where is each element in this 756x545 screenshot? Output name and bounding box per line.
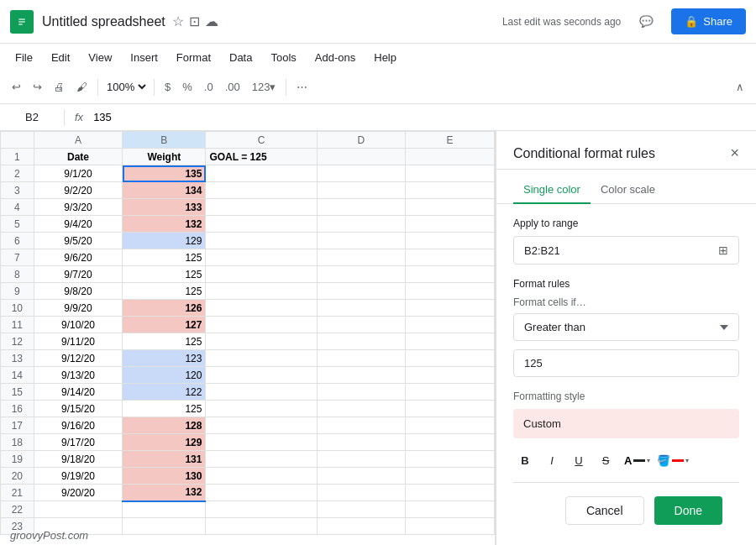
cell-b[interactable]: 123 <box>123 350 206 367</box>
undo-button[interactable]: ↩ <box>7 77 26 97</box>
menu-format[interactable]: Format <box>168 48 219 67</box>
cell-b[interactable]: 127 <box>123 317 206 333</box>
cell-e[interactable] <box>406 485 495 501</box>
col-header-d[interactable]: D <box>317 132 406 149</box>
menu-file[interactable]: File <box>7 48 41 67</box>
cell-d[interactable] <box>317 165 406 182</box>
redo-button[interactable]: ↪ <box>28 77 47 97</box>
cell-b[interactable]: 133 <box>123 199 206 216</box>
cell-d[interactable] <box>317 199 406 216</box>
threshold-input[interactable] <box>513 349 739 377</box>
cell-d[interactable] <box>317 300 406 317</box>
done-button[interactable]: Done <box>654 496 722 525</box>
cell-c[interactable] <box>206 317 317 333</box>
collapse-toolbar-button[interactable]: ∧ <box>731 77 749 97</box>
cell-a[interactable]: Date <box>34 149 123 165</box>
cell-a[interactable]: 9/5/20 <box>34 233 123 249</box>
cell-d[interactable] <box>317 384 406 401</box>
menu-help[interactable]: Help <box>365 48 405 67</box>
underline-button[interactable]: U <box>567 448 591 472</box>
paint-format-button[interactable]: 🖌 <box>71 77 92 97</box>
cell-a[interactable]: 9/12/20 <box>34 350 123 367</box>
cell-b[interactable]: 134 <box>123 182 206 199</box>
cell-a[interactable]: 9/16/20 <box>34 417 123 434</box>
cell-d[interactable] <box>317 350 406 367</box>
cell-c[interactable] <box>206 266 317 283</box>
col-header-c[interactable]: C <box>206 132 317 149</box>
cell-a[interactable]: 9/1/20 <box>34 165 123 182</box>
more-tools-button[interactable]: ⋯ <box>291 77 312 97</box>
cell-c[interactable] <box>206 501 317 518</box>
cell-a[interactable]: 9/18/20 <box>34 451 123 468</box>
cell-d[interactable] <box>317 485 406 501</box>
bold-button[interactable]: B <box>513 448 537 472</box>
cell-b[interactable]: 132 <box>123 216 206 233</box>
cell-b[interactable] <box>123 518 206 535</box>
cell-d[interactable] <box>317 216 406 233</box>
cell-c[interactable] <box>206 485 317 501</box>
condition-dropdown[interactable]: Greater than Less than Equal to Not equa… <box>513 313 739 341</box>
cell-d[interactable] <box>317 401 406 417</box>
cell-c[interactable] <box>206 233 317 249</box>
menu-edit[interactable]: Edit <box>43 48 78 67</box>
cell-c[interactable] <box>206 216 317 233</box>
cell-e[interactable] <box>406 518 495 535</box>
cell-a[interactable]: 9/14/20 <box>34 384 123 401</box>
cell-b[interactable]: 130 <box>123 468 206 485</box>
strikethrough-button[interactable]: S <box>594 448 617 472</box>
cell-a[interactable]: 9/11/20 <box>34 333 123 350</box>
cell-e[interactable] <box>406 233 495 249</box>
cell-c[interactable]: GOAL = 125 <box>206 149 317 165</box>
cell-c[interactable] <box>206 333 317 350</box>
col-header-e[interactable]: E <box>406 132 495 149</box>
cell-d[interactable] <box>317 333 406 350</box>
cell-a[interactable]: 9/17/20 <box>34 434 123 451</box>
cell-e[interactable] <box>406 300 495 317</box>
cell-b[interactable]: 135 <box>123 165 206 182</box>
cell-d[interactable] <box>317 501 406 518</box>
col-header-a[interactable]: A <box>34 132 123 149</box>
cell-d[interactable] <box>317 367 406 384</box>
menu-insert[interactable]: Insert <box>122 48 166 67</box>
cell-e[interactable] <box>406 367 495 384</box>
cell-e[interactable] <box>406 401 495 417</box>
cell-e[interactable] <box>406 216 495 233</box>
cell-c[interactable] <box>206 384 317 401</box>
cell-d[interactable] <box>317 434 406 451</box>
cell-b[interactable] <box>123 501 206 518</box>
cell-a[interactable]: 9/8/20 <box>34 283 123 300</box>
cell-e[interactable] <box>406 165 495 182</box>
share-button[interactable]: 🔒 Share <box>671 8 746 34</box>
cell-b[interactable]: 125 <box>123 401 206 417</box>
cell-c[interactable] <box>206 182 317 199</box>
cell-c[interactable] <box>206 451 317 468</box>
cell-b[interactable]: 129 <box>123 233 206 249</box>
cell-e[interactable] <box>406 283 495 300</box>
cell-d[interactable] <box>317 233 406 249</box>
cell-c[interactable] <box>206 300 317 317</box>
cell-b[interactable]: 128 <box>123 417 206 434</box>
spreadsheet[interactable]: A B C D E 1DateWeightGOAL = 12529/1/2013… <box>0 131 496 545</box>
cell-d[interactable] <box>317 249 406 266</box>
formula-input[interactable] <box>93 111 749 123</box>
cell-a[interactable]: 9/6/20 <box>34 249 123 266</box>
cell-a[interactable]: 9/15/20 <box>34 401 123 417</box>
cell-c[interactable] <box>206 350 317 367</box>
cell-d[interactable] <box>317 283 406 300</box>
cell-e[interactable] <box>406 417 495 434</box>
cell-b[interactable]: 126 <box>123 300 206 317</box>
cell-c[interactable] <box>206 434 317 451</box>
cell-a[interactable]: 9/20/20 <box>34 485 123 501</box>
range-input[interactable] <box>524 244 718 257</box>
cell-e[interactable] <box>406 317 495 333</box>
cell-b[interactable]: Weight <box>123 149 206 165</box>
cell-d[interactable] <box>317 518 406 535</box>
cell-e[interactable] <box>406 249 495 266</box>
fill-color-picker[interactable]: 🪣 ▾ <box>657 454 689 467</box>
cell-e[interactable] <box>406 333 495 350</box>
cell-c[interactable] <box>206 249 317 266</box>
cell-e[interactable] <box>406 266 495 283</box>
cell-reference-input[interactable] <box>7 111 57 123</box>
italic-button[interactable]: I <box>540 448 564 472</box>
cell-a[interactable]: 9/7/20 <box>34 266 123 283</box>
